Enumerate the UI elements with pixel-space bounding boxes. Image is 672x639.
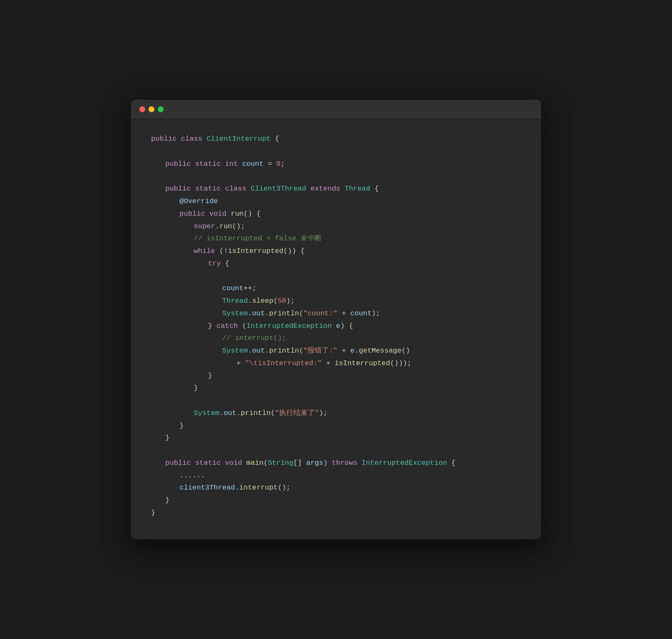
code-line-blank-5 — [151, 444, 521, 457]
code-window: public class ClientInterrupt { public st… — [131, 100, 541, 539]
code-line-5: public static class Client3Thread extend… — [151, 183, 521, 195]
code-editor: public class ClientInterrupt { public st… — [131, 119, 541, 539]
code-line-7: public void run() { — [151, 208, 521, 220]
code-line-6: @Override — [151, 195, 521, 208]
code-line-24: } — [151, 420, 521, 432]
code-line-9: // isInterrupted = false 未中断 — [151, 232, 521, 245]
code-line-30: } — [151, 494, 521, 507]
code-line-28: ...... — [151, 469, 521, 482]
code-line-blank-4 — [151, 394, 521, 407]
code-line-21: } — [151, 382, 521, 394]
code-line-11: try { — [151, 258, 521, 270]
code-line-blank-2 — [151, 170, 521, 183]
code-line-20: } — [151, 370, 521, 382]
minimize-button[interactable] — [149, 106, 154, 112]
code-line-10: while (!isInterrupted()) { — [151, 245, 521, 258]
code-line-19: + "\tisInterrupted:" + isInterrupted()))… — [151, 357, 521, 370]
code-line-3: public static int count = 0; — [151, 158, 521, 170]
code-line-15: System.out.println("count:" + count); — [151, 307, 521, 320]
code-line-23: System.out.println("执行结束了"); — [151, 407, 521, 420]
code-line-31: } — [151, 507, 521, 519]
code-line-blank-1 — [151, 145, 521, 158]
code-line-8: super.run(); — [151, 220, 521, 233]
code-line-13: count++; — [151, 282, 521, 295]
code-line-27: public static void main(String[] args) t… — [151, 457, 521, 469]
code-line-blank-3 — [151, 270, 521, 283]
code-line-1: public class ClientInterrupt { — [151, 133, 521, 145]
close-button[interactable] — [139, 106, 145, 112]
maximize-button[interactable] — [158, 106, 164, 112]
code-line-14: Thread.sleep(50); — [151, 295, 521, 307]
code-line-29: client3Thread.interrupt(); — [151, 482, 521, 494]
code-line-17: // interrupt(); — [151, 332, 521, 345]
titlebar — [131, 100, 541, 119]
code-line-25: } — [151, 432, 521, 444]
code-line-16: } catch (InterruptedException e) { — [151, 320, 521, 332]
code-line-18: System.out.println("报错了:" + e.getMessage… — [151, 345, 521, 357]
